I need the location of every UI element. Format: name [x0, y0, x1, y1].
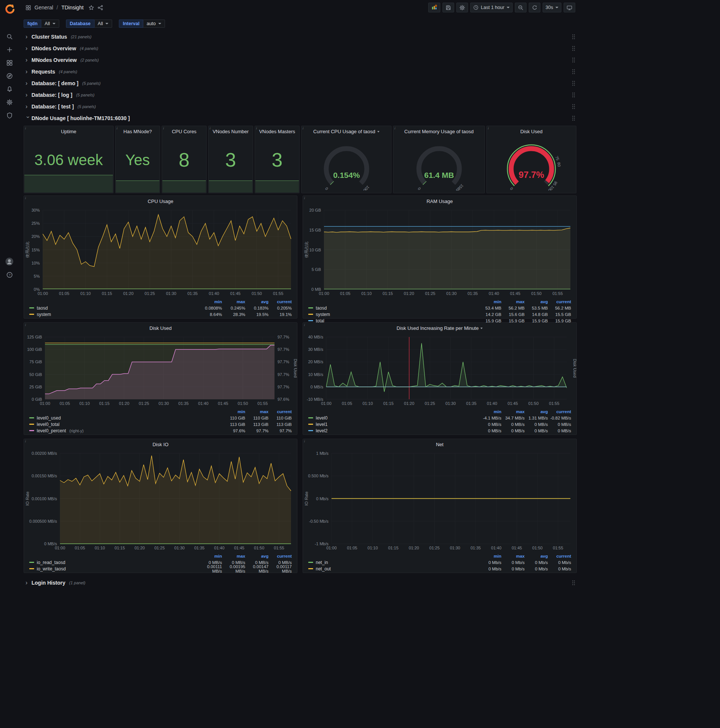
row-drag-handle[interactable] [572, 46, 575, 51]
legend-series-name[interactable]: net_out [308, 566, 478, 572]
add-panel-button[interactable] [428, 3, 440, 12]
legend-column-header[interactable]: current [268, 554, 292, 558]
legend-column-header[interactable]: avg [245, 554, 268, 558]
legend-column-header[interactable]: min [478, 554, 501, 558]
refresh-button[interactable] [529, 3, 540, 12]
create-button[interactable] [4, 45, 15, 54]
cycle-view-mode-button[interactable] [564, 3, 575, 12]
legend-series-name[interactable]: level0_used [29, 415, 222, 421]
legend-series-name[interactable]: level0_percent(right-y) [29, 428, 222, 433]
panel-title[interactable]: Disk Used [24, 323, 297, 333]
legend-series-name[interactable]: level0 [308, 415, 478, 421]
panel-info-icon[interactable]: i [303, 127, 304, 130]
legend-series-name[interactable]: level1 [308, 422, 478, 427]
share-icon[interactable] [98, 5, 103, 11]
panel-info-icon[interactable]: i [304, 196, 305, 200]
time-range-picker[interactable]: Last 1 hour [470, 3, 513, 12]
panel-title[interactable]: Uptime [24, 126, 113, 136]
row-drag-handle[interactable] [572, 116, 575, 121]
legend-column-header[interactable]: current [548, 554, 571, 558]
panel-info-icon[interactable]: i [25, 196, 26, 200]
row-cluster-status[interactable]: ›Cluster Status(21 panels) [24, 32, 577, 42]
legend-column-header[interactable]: min [199, 554, 222, 558]
disk-used-chart[interactable]: 01:0001:0501:1001:1501:2001:2501:3001:35… [24, 333, 297, 408]
row-drag-handle[interactable] [572, 92, 575, 98]
panel-info-icon[interactable]: i [25, 127, 26, 130]
legend-series-name[interactable]: taosd [29, 306, 199, 311]
panel-title[interactable]: Disk Used Increasing Rate per Minute [303, 323, 577, 333]
panel-title[interactable]: Has MNode? [116, 126, 160, 136]
legend-column-header[interactable]: current [548, 410, 571, 414]
save-dashboard-button[interactable] [442, 3, 454, 12]
disk-rate-chart[interactable]: 01:0001:0501:1001:1501:2001:2501:3001:35… [303, 333, 577, 408]
legend-column-header[interactable]: max [222, 554, 245, 558]
row-database-demo[interactable]: ›Database: [ demo ](5 panels) [24, 78, 577, 89]
legend-series-name[interactable]: level2 [308, 428, 478, 433]
search-button[interactable] [4, 32, 15, 41]
panel-info-icon[interactable]: i [395, 127, 395, 130]
panel-title[interactable]: Net [303, 439, 577, 450]
row-mnodes-overview[interactable]: ›MNodes Overview(2 panels) [24, 55, 577, 65]
refresh-interval-dropdown[interactable]: 30s [543, 3, 561, 12]
panel-info-icon[interactable]: i [304, 323, 305, 327]
legend-series-name[interactable]: taosd [308, 306, 478, 311]
panel-info-icon[interactable]: i [25, 323, 26, 327]
net-chart[interactable]: 01:0001:0501:1001:1501:2001:2501:3001:35… [303, 450, 577, 552]
legend-series-name[interactable]: level0_total [29, 422, 222, 427]
legend-column-header[interactable]: max [501, 554, 525, 558]
alerting-button[interactable] [4, 84, 15, 94]
legend-column-header[interactable]: min [199, 300, 222, 304]
panel-title[interactable]: RAM Usage [303, 196, 577, 206]
row-drag-handle[interactable] [572, 104, 575, 110]
panel-info-icon[interactable]: i [304, 439, 305, 443]
panel-info-icon[interactable]: i [210, 127, 211, 130]
panel-title[interactable]: Current Memory Usage of taosd [394, 126, 485, 136]
legend-column-header[interactable]: max [501, 300, 525, 304]
zoom-out-button[interactable] [515, 3, 526, 12]
legend-column-header[interactable]: max [501, 410, 525, 414]
dashboard-settings-button[interactable] [456, 3, 468, 12]
panel-title[interactable]: VNodes Masters [255, 126, 299, 136]
legend-column-header[interactable]: avg [525, 554, 548, 558]
legend-series-name[interactable]: net_in [308, 560, 478, 565]
legend-series-name[interactable]: system [29, 312, 199, 317]
row-database-test[interactable]: ›Database: [ test ](5 panels) [24, 101, 577, 112]
legend-series-name[interactable]: io_write_taosd [29, 566, 199, 572]
row-login-history[interactable]: ›Login History(1 panel) [24, 578, 577, 588]
grafana-logo[interactable] [4, 3, 15, 14]
panel-info-icon[interactable]: i [117, 127, 117, 130]
panel-info-icon[interactable]: i [256, 127, 257, 130]
row-dnode-usage[interactable]: ›DNode Usage [ huolinhe-TM1701:6030 ] [24, 113, 577, 124]
ram-usage-chart[interactable]: 01:0001:0501:1001:1501:2001:2501:3001:35… [303, 206, 577, 298]
panel-info-icon[interactable]: i [163, 127, 164, 130]
breadcrumb-folder[interactable]: General [35, 5, 53, 11]
variable-value-dropdown[interactable]: All [41, 20, 59, 28]
legend-column-header[interactable]: min [222, 410, 245, 414]
legend-column-header[interactable]: min [478, 410, 501, 414]
legend-series-name[interactable]: io_read_taosd [29, 560, 199, 565]
legend-column-header[interactable]: avg [525, 410, 548, 414]
legend-column-header[interactable]: avg [525, 300, 548, 304]
page-title[interactable]: TDinsight [61, 5, 84, 11]
configuration-button[interactable] [4, 97, 15, 107]
panel-title[interactable]: Disk Used [487, 126, 576, 136]
user-avatar[interactable] [4, 257, 15, 266]
row-drag-handle[interactable] [572, 81, 575, 86]
panel-title[interactable]: VNodes Number [209, 126, 253, 136]
panel-info-icon[interactable]: i [488, 127, 489, 130]
explore-button[interactable] [4, 71, 15, 81]
row-drag-handle[interactable] [572, 69, 575, 75]
disk-io-chart[interactable]: 01:0001:0501:1001:1501:2001:2501:3001:35… [24, 450, 297, 552]
panel-title[interactable]: Disk IO [24, 439, 297, 450]
panel-title[interactable]: CPU Cores [162, 126, 206, 136]
panel-title[interactable]: Current CPU Usage of taosd [302, 126, 391, 136]
cpu-usage-chart[interactable]: 01:0001:0501:1001:1501:2001:2501:3001:35… [24, 206, 297, 298]
legend-column-header[interactable]: max [245, 410, 268, 414]
row-drag-handle[interactable] [572, 57, 575, 63]
legend-column-header[interactable]: current [548, 300, 571, 304]
row-drag-handle[interactable] [572, 34, 575, 40]
row-drag-handle[interactable] [572, 580, 575, 586]
server-admin-button[interactable] [4, 110, 15, 120]
legend-column-header[interactable]: avg [245, 300, 268, 304]
row-requests[interactable]: ›Requests(4 panels) [24, 66, 577, 77]
